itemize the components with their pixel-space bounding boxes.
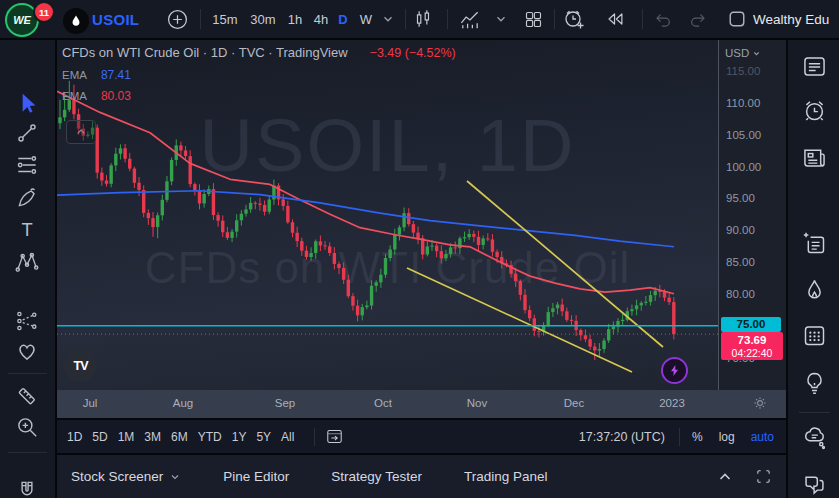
bottom-panel: Stock Screener Pine Editor Strategy Test…	[57, 455, 786, 498]
currency-dropdown[interactable]: USD	[725, 47, 761, 59]
alert-add-icon[interactable]	[560, 0, 588, 38]
ideas-lightbulb-icon[interactable]	[801, 369, 828, 396]
range-1m[interactable]: 1M	[118, 430, 135, 444]
news-icon[interactable]	[801, 144, 828, 171]
pattern-tool-icon[interactable]	[14, 249, 40, 275]
range-all[interactable]: All	[281, 430, 294, 444]
interval-4h[interactable]: 4h	[310, 0, 332, 38]
ema-legend-row: EMA87.41	[62, 69, 456, 82]
separator	[8, 452, 47, 453]
interval-15m[interactable]: 15m	[210, 0, 240, 38]
interval-1d[interactable]: D	[334, 0, 352, 38]
right-sidebar	[786, 40, 839, 498]
trendline-tool-icon[interactable]	[14, 120, 40, 146]
measure-ruler-icon[interactable]	[14, 383, 40, 409]
ideas-stream-cloud-icon[interactable]	[801, 425, 828, 452]
svg-text:T: T	[21, 219, 32, 240]
cursor-tool-icon[interactable]	[14, 90, 40, 116]
range-1d[interactable]: 1D	[67, 430, 82, 444]
event-lightning-icon[interactable]	[661, 357, 688, 384]
time-tick: 2023	[659, 397, 685, 409]
ema-legend-row: EMA80.03	[62, 90, 456, 103]
zoom-in-icon[interactable]	[14, 414, 40, 440]
go-to-date-icon[interactable]	[325, 427, 344, 446]
price-tick: 100.00	[726, 161, 761, 173]
interval-1w[interactable]: W	[356, 0, 376, 38]
top-toolbar: WE 11 USOIL 15m 30m 1h 4h D W	[0, 0, 839, 40]
separator	[447, 9, 448, 29]
tab-pine-editor[interactable]: Pine Editor	[223, 469, 289, 484]
interval-30m[interactable]: 30m	[248, 0, 278, 38]
price-tick: 105.00	[726, 129, 761, 141]
save-checkbox[interactable]	[726, 0, 748, 38]
panel-expand-chevron-icon[interactable]	[717, 469, 733, 485]
last-price-label: 73.69 04:22:40	[721, 332, 783, 360]
watchlist-icon[interactable]	[801, 53, 828, 80]
range-ytd[interactable]: YTD	[198, 430, 222, 444]
public-chats-icon[interactable]	[801, 471, 828, 498]
tab-trading-panel[interactable]: Trading Panel	[464, 469, 548, 484]
chart-legend: CFDs on WTI Crude Oil · 1D · TVC · Tradi…	[62, 46, 456, 103]
time-scale[interactable]: JulAugSepOctNovDec2023	[57, 390, 786, 420]
symbol-description[interactable]: CFDs on WTI Crude Oil · 1D · TVC · Tradi…	[62, 45, 348, 60]
brush-tool-icon[interactable]	[14, 185, 40, 211]
interval-1h[interactable]: 1h	[284, 0, 306, 38]
separator	[642, 9, 643, 29]
time-tick: Dec	[564, 397, 584, 409]
compare-add-icon[interactable]	[164, 0, 190, 38]
price-change: −3.49 (−4.52%)	[370, 46, 456, 60]
magnet-icon[interactable]	[14, 478, 40, 498]
notes-add-icon[interactable]	[801, 230, 828, 257]
price-scale[interactable]: USD 115.00110.00105.00100.0095.0090.0085…	[718, 40, 787, 390]
auto-scale-button[interactable]: auto	[751, 430, 774, 444]
oil-drop-icon	[63, 8, 89, 34]
replay-icon[interactable]	[602, 0, 628, 38]
range-toolbar: 1D 5D 1M 3M 6M YTD 1Y 5Y All 17:37:20 (U…	[57, 420, 786, 455]
layout-name[interactable]: Wealthy Edu	[753, 0, 839, 38]
symbol-button[interactable]: USOIL	[92, 0, 139, 38]
text-tool-icon[interactable]: T	[14, 217, 40, 243]
log-scale-button[interactable]: log	[719, 430, 735, 444]
time-tick: Aug	[173, 397, 193, 409]
forecast-tool-icon[interactable]	[14, 308, 40, 334]
time-tick: Sep	[275, 397, 295, 409]
range-1y[interactable]: 1Y	[232, 430, 247, 444]
alerts-icon[interactable]	[801, 97, 828, 124]
notification-badge: 11	[33, 1, 55, 23]
tradingview-logo[interactable]: TV	[64, 349, 97, 382]
horizontal-line-price-label: 75.00	[721, 317, 781, 332]
layout-grid-icon[interactable]	[520, 0, 546, 38]
fib-tool-icon[interactable]	[14, 152, 40, 178]
separator	[679, 428, 680, 446]
chart-style-icon[interactable]	[410, 0, 436, 38]
tab-stock-screener[interactable]: Stock Screener	[71, 469, 181, 484]
range-5d[interactable]: 5D	[92, 430, 107, 444]
redo-icon[interactable]	[684, 0, 708, 38]
calendar-icon[interactable]	[801, 322, 828, 349]
tab-strategy-tester[interactable]: Strategy Tester	[331, 469, 422, 484]
hotlists-flame-icon[interactable]	[801, 277, 828, 304]
separator	[314, 428, 315, 446]
time-tick: Oct	[374, 397, 392, 409]
range-6m[interactable]: 6M	[171, 430, 188, 444]
chevron-down-icon	[169, 471, 181, 483]
tradingview-app: WE 11 USOIL 15m 30m 1h 4h D W	[0, 0, 839, 498]
undo-icon[interactable]	[652, 0, 676, 38]
price-tick: 90.00	[726, 224, 755, 236]
clock[interactable]: 17:37:20 (UTC)	[579, 430, 665, 444]
price-tick: 80.00	[726, 288, 755, 300]
favorites-heart-icon[interactable]	[14, 338, 40, 364]
bar-countdown: 04:22:40	[721, 347, 783, 359]
price-tick: 110.00	[726, 97, 760, 109]
separator	[200, 9, 201, 29]
range-3m[interactable]: 3M	[144, 430, 161, 444]
price-tick: 95.00	[726, 192, 755, 204]
legend-collapse-button[interactable]	[66, 120, 96, 144]
indicators-chevron-down-icon[interactable]	[492, 0, 510, 38]
interval-chevron-down-icon[interactable]	[379, 0, 397, 38]
indicators-icon[interactable]	[456, 0, 482, 38]
fullscreen-icon[interactable]	[755, 468, 772, 485]
percent-scale-button[interactable]: %	[692, 430, 703, 444]
scale-settings-gear-icon[interactable]	[751, 394, 771, 414]
range-5y[interactable]: 5Y	[256, 430, 271, 444]
